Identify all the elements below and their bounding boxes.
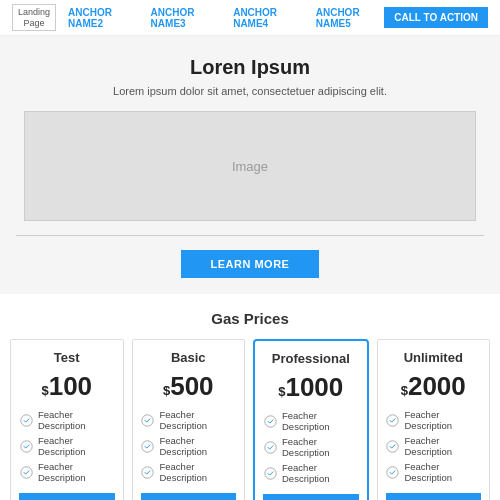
nav-link-anchor5[interactable]: ANCHOR NAME5: [316, 7, 385, 29]
feature-item: Feacher Description: [141, 461, 237, 483]
svg-point-1: [20, 440, 31, 451]
logo: Landing Page: [12, 4, 56, 32]
pricing-title: Gas Prices: [10, 310, 490, 327]
svg-point-6: [264, 415, 275, 426]
feature-icon: [263, 414, 277, 428]
price-amount: 500: [170, 373, 213, 399]
pricing-grid: Test $ 100 Feacher Description: [10, 339, 490, 500]
feature-icon: [263, 440, 277, 454]
feature-item: Feacher Description: [263, 410, 359, 432]
price-amount: 2000: [408, 373, 466, 399]
svg-point-10: [387, 440, 398, 451]
pricing-section: Gas Prices Test $ 100 Feacher Descriptio…: [0, 294, 500, 500]
feature-list: Feacher Description Feacher Description …: [19, 409, 115, 483]
card-title: Unlimited: [386, 350, 482, 365]
hero-section: Loren Ipsum Lorem ipsum dolor sit amet, …: [0, 36, 500, 294]
svg-point-0: [20, 414, 31, 425]
feature-icon: [141, 413, 155, 427]
cta-button[interactable]: CALL TO ACTION: [384, 7, 488, 28]
nav-links: ANCHOR NAME2 ANCHOR NAME3 ANCHOR NAME4 A…: [68, 7, 384, 29]
hero-subtitle: Lorem ipsum dolor sit amet, consectetuer…: [16, 85, 484, 97]
feature-item: Feacher Description: [263, 462, 359, 484]
feature-item: Feacher Description: [141, 409, 237, 431]
price-symbol: $: [163, 383, 170, 398]
start-button[interactable]: START: [19, 493, 115, 500]
svg-point-4: [142, 440, 153, 451]
hero-divider: [16, 235, 484, 236]
nav-link-anchor3[interactable]: ANCHOR NAME3: [151, 7, 220, 29]
feature-item: Feacher Description: [386, 409, 482, 431]
learn-more-button[interactable]: LEARN MORE: [181, 250, 320, 278]
price-card-test: Test $ 100 Feacher Description: [10, 339, 124, 500]
feature-item: Feacher Description: [19, 409, 115, 431]
svg-point-3: [142, 414, 153, 425]
card-title: Basic: [141, 350, 237, 365]
svg-point-2: [20, 466, 31, 477]
start-button[interactable]: START: [386, 493, 482, 500]
feature-icon: [386, 439, 400, 453]
price-symbol: $: [401, 383, 408, 398]
card-title: Test: [19, 350, 115, 365]
price-symbol: $: [41, 383, 48, 398]
card-price: $ 500: [141, 373, 237, 399]
feature-list: Feacher Description Feacher Description …: [141, 409, 237, 483]
feature-item: Feacher Description: [386, 461, 482, 483]
feature-item: Feacher Description: [141, 435, 237, 457]
svg-point-5: [142, 466, 153, 477]
card-price: $ 100: [19, 373, 115, 399]
card-title: Professional: [263, 351, 359, 366]
nav-link-anchor4[interactable]: ANCHOR NAME4: [233, 7, 302, 29]
feature-list: Feacher Description Feacher Description …: [263, 410, 359, 484]
card-price: $ 1000: [263, 374, 359, 400]
navbar: Landing Page ANCHOR NAME2 ANCHOR NAME3 A…: [0, 0, 500, 36]
feature-list: Feacher Description Feacher Description …: [386, 409, 482, 483]
feature-item: Feacher Description: [263, 436, 359, 458]
feature-icon: [386, 465, 400, 479]
start-button[interactable]: START: [141, 493, 237, 500]
hero-image: Image: [24, 111, 476, 221]
price-card-basic: Basic $ 500 Feacher Description: [132, 339, 246, 500]
price-card-unlimited: Unlimited $ 2000 Feacher Description: [377, 339, 491, 500]
price-amount: 1000: [285, 374, 343, 400]
feature-item: Feacher Description: [19, 461, 115, 483]
feature-icon: [19, 439, 33, 453]
price-card-professional: Professional $ 1000 Feacher Description: [253, 339, 369, 500]
svg-point-7: [264, 441, 275, 452]
card-price: $ 2000: [386, 373, 482, 399]
feature-icon: [141, 439, 155, 453]
start-button[interactable]: START: [263, 494, 359, 500]
price-amount: 100: [49, 373, 92, 399]
hero-title: Loren Ipsum: [16, 56, 484, 79]
feature-icon: [19, 413, 33, 427]
feature-item: Feacher Description: [19, 435, 115, 457]
svg-point-11: [387, 466, 398, 477]
feature-icon: [386, 413, 400, 427]
svg-point-9: [387, 414, 398, 425]
nav-link-anchor2[interactable]: ANCHOR NAME2: [68, 7, 137, 29]
svg-point-8: [264, 467, 275, 478]
feature-item: Feacher Description: [386, 435, 482, 457]
price-symbol: $: [278, 384, 285, 399]
feature-icon: [141, 465, 155, 479]
feature-icon: [263, 466, 277, 480]
feature-icon: [19, 465, 33, 479]
